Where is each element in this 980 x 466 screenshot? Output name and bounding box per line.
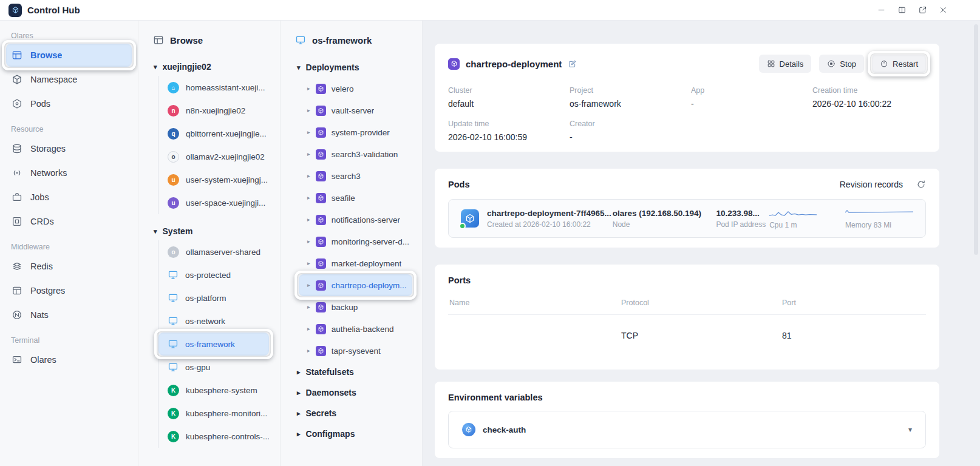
field-app: App -	[691, 86, 812, 109]
deployment-icon	[316, 280, 326, 291]
tree-item-search3[interactable]: ▸ search3	[299, 165, 412, 187]
app-icon-glyph: o	[171, 249, 175, 255]
tree-group-daemonsets[interactable]: ▸ Daemonsets	[281, 382, 422, 403]
scrollbar[interactable]	[974, 24, 978, 255]
tree-item-os-platform[interactable]: os-platform	[158, 286, 269, 309]
terminal-icon	[12, 354, 22, 365]
tree-item-system-provider[interactable]: ▸ system-provider	[299, 121, 412, 143]
tree-item-seafile[interactable]: ▸ seafile	[299, 187, 412, 209]
tree-item-os-framework[interactable]: os-framework	[158, 333, 269, 356]
tree-item-label: chartrepo-deploym...	[332, 281, 407, 290]
browse-icon	[153, 35, 164, 46]
maximize-button[interactable]	[896, 2, 907, 18]
env-app-icon	[462, 423, 475, 436]
revision-records-link[interactable]: Revision records	[840, 180, 903, 189]
tree-item-kubesphere-monitoring[interactable]: K kubesphere-monitori...	[158, 402, 269, 425]
tree-group-deployments[interactable]: ▾ Deployments	[281, 57, 422, 78]
tree-group-configmaps[interactable]: ▸ Configmaps	[281, 424, 422, 444]
tree-item-user-system[interactable]: u user-system-xuejingj...	[158, 168, 269, 191]
caret-right-icon: ▸	[307, 238, 310, 245]
tree-item-vault-server[interactable]: ▸ vault-server	[299, 100, 412, 121]
restart-button[interactable]: Restart	[872, 55, 926, 73]
tree-group-system[interactable]: ▾ System	[138, 222, 280, 240]
tree-item-label: search3	[332, 172, 361, 181]
tree-item-monitoring-server[interactable]: ▸ monitoring-server-d...	[299, 231, 412, 252]
sidebar-item-postgres[interactable]: Postgres	[6, 279, 132, 302]
app-icon: q	[168, 128, 179, 140]
caret-right-icon: ▸	[307, 217, 310, 223]
tree-group-xuejingjie02[interactable]: ▾ xuejingjie02	[138, 58, 280, 76]
sidebar-item-networks[interactable]: Networks	[6, 161, 132, 184]
details-button[interactable]: Details	[759, 55, 812, 73]
tree-item-ollamaserver-shared[interactable]: o ollamaserver-shared	[158, 240, 269, 263]
deployment-icon	[316, 106, 326, 116]
pod-node-label: Node	[613, 220, 716, 229]
tree-item-notifications-server[interactable]: ▸ notifications-server	[299, 209, 412, 231]
pod-row[interactable]: chartrepo-deployment-7ff4965... Created …	[448, 199, 926, 238]
field-cluster: Cluster default	[448, 86, 570, 109]
browse-panel: Browse ▾ xuejingjie02 ⌂ homeassistant-xu…	[138, 21, 281, 466]
sidebar-item-label: Nats	[30, 310, 49, 320]
sidebar-item-nats[interactable]: Nats	[6, 303, 132, 326]
tree-item-kubesphere-controls[interactable]: K kubesphere-controls-...	[158, 425, 269, 448]
app-icon-glyph: ⌂	[171, 84, 175, 91]
pod-ip-label: Pod IP address	[716, 220, 769, 229]
env-variable-row[interactable]: check-auth ▾	[448, 411, 926, 448]
tree-item-label: user-system-xuejingj...	[186, 175, 268, 184]
stop-button[interactable]: Stop	[819, 55, 864, 73]
tree-group-label: System	[163, 226, 193, 236]
tree-item-qbittorrent[interactable]: q qbittorrent-xuejingjie...	[158, 122, 269, 145]
open-external-button[interactable]	[917, 2, 928, 18]
pod-cpu-label: Cpu 1 m	[769, 221, 845, 229]
tree-item-label: ollamav2-xuejingjie02	[186, 152, 265, 161]
tree-item-velero[interactable]: ▸ velero	[299, 78, 412, 100]
tree-item-user-space[interactable]: u user-space-xuejingji...	[158, 191, 269, 214]
edit-button[interactable]	[568, 59, 577, 69]
tree-item-label: seafile	[332, 194, 355, 203]
button-label: Details	[780, 59, 804, 69]
sidebar-item-redis[interactable]: Redis	[6, 255, 132, 278]
monitor-icon	[168, 316, 179, 326]
close-button[interactable]	[937, 2, 948, 18]
tree-item-authelia-backend[interactable]: ▸ authelia-backend	[299, 318, 412, 340]
minimize-button[interactable]	[876, 2, 886, 18]
tree-group-statefulsets[interactable]: ▸ Statefulsets	[281, 362, 422, 382]
sidebar-item-namespace[interactable]: Namespace	[6, 68, 132, 91]
tree-item-homeassistant[interactable]: ⌂ homeassistant-xueji...	[158, 76, 269, 99]
monitor-icon	[168, 339, 179, 350]
sidebar-item-terminal-olares[interactable]: Olares	[6, 348, 132, 371]
minimize-icon	[877, 5, 886, 15]
tree-group-label: Secrets	[306, 408, 337, 418]
tree-item-label: os-protected	[185, 271, 231, 280]
sidebar-item-storages[interactable]: Storages	[6, 137, 132, 160]
tree-group-secrets[interactable]: ▸ Secrets	[281, 403, 422, 424]
tree-item-label: ollamaserver-shared	[186, 248, 260, 257]
app-icon-glyph: n	[171, 107, 175, 114]
deployment-icon	[316, 84, 326, 94]
sidebar-item-browse[interactable]: Browse	[6, 44, 132, 67]
caret-right-icon: ▸	[307, 129, 310, 135]
tree-item-chartrepo-deployment[interactable]: ▸ chartrepo-deploym...	[299, 274, 412, 296]
tree-item-ollamav2[interactable]: o ollamav2-xuejingjie02	[158, 145, 269, 168]
tree-item-n8n[interactable]: n n8n-xuejingjie02	[158, 99, 269, 122]
tree-item-tapr-sysevent[interactable]: ▸ tapr-sysevent	[299, 340, 412, 362]
field-creation-time: Creation time 2026-02-10 16:00:22	[812, 86, 926, 109]
field-value: -	[691, 99, 812, 109]
tree-item-kubesphere-system[interactable]: K kubesphere-system	[158, 379, 269, 402]
field-project: Project os-framework	[570, 86, 691, 109]
refresh-button[interactable]	[916, 180, 926, 189]
sidebar-item-label: Namespace	[30, 75, 77, 84]
sidebar-item-crds[interactable]: CRDs	[6, 210, 132, 233]
tree-item-os-protected[interactable]: os-protected	[158, 263, 269, 286]
resource-panel-title: os-framework	[312, 35, 372, 46]
jobs-icon	[12, 192, 22, 203]
sidebar-item-jobs[interactable]: Jobs	[6, 186, 132, 209]
tree-item-os-gpu[interactable]: os-gpu	[158, 356, 269, 379]
tree-item-os-network[interactable]: os-network	[158, 309, 269, 333]
tree-item-backup[interactable]: ▸ backup	[299, 296, 412, 318]
sidebar-item-pods[interactable]: Pods	[6, 92, 132, 115]
tree-item-label: kubesphere-system	[186, 386, 257, 395]
tree-item-search3-validation[interactable]: ▸ search3-validation	[299, 143, 412, 165]
sidebar-item-label: Postgres	[30, 286, 65, 295]
tree-item-market-deployment[interactable]: ▸ market-deployment	[299, 252, 412, 274]
